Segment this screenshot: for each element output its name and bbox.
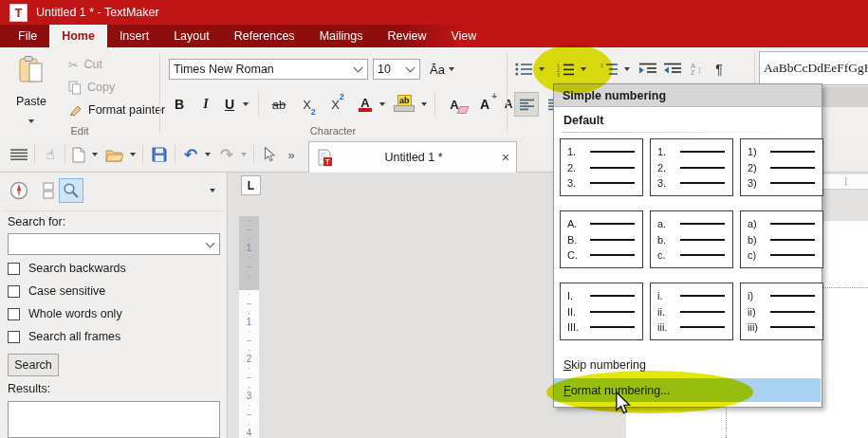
grow-font-button[interactable]: A+ <box>472 92 497 117</box>
vertical-ruler[interactable]: ·–·1·–·2·–·3·–·4 <box>239 290 259 438</box>
search-button[interactable]: Search <box>8 354 59 376</box>
styles-gallery-item-normal[interactable]: AaBbCcDdEeFfGgHhIiJ <box>759 51 868 85</box>
strikethrough-button[interactable]: ab <box>264 92 294 117</box>
checkbox-icon[interactable] <box>8 331 20 343</box>
results-list[interactable] <box>8 401 220 438</box>
change-case-button[interactable]: Āa <box>426 57 458 82</box>
sort-button[interactable]: AZ ↕ <box>685 57 708 82</box>
formatting-marks-button[interactable]: ¶ <box>710 57 729 82</box>
cut-button[interactable]: ✂ Cut <box>68 55 102 74</box>
numbering-preset-ABC[interactable]: A.B.C. <box>560 210 643 268</box>
bold-button[interactable]: B <box>167 92 192 117</box>
sidebar-outline-tab[interactable] <box>38 178 59 203</box>
highlight-button[interactable]: ab <box>391 92 417 117</box>
new-document-button[interactable] <box>69 144 88 165</box>
sort-updown-arrow: ↕ <box>697 64 703 75</box>
option-search-backwards[interactable]: Search backwards <box>8 261 126 276</box>
superscript-button[interactable]: X2 <box>324 92 351 117</box>
bold-label: B <box>175 97 184 112</box>
menu-tab-view[interactable]: View <box>438 25 489 47</box>
redo-button[interactable]: ↷ <box>216 144 237 165</box>
toolbar-more-button[interactable]: » <box>283 144 300 165</box>
option-case-sensitive[interactable]: Case sensitive <box>8 283 105 299</box>
bulleted-list-button[interactable] <box>512 57 535 82</box>
new-document-dropdown-arrow[interactable] <box>88 144 101 165</box>
search-input-combo[interactable] <box>8 233 220 255</box>
bulleted-list-icon <box>515 63 532 76</box>
decrease-indent-button[interactable] <box>660 57 685 82</box>
search-history-dropdown-arrow[interactable] <box>206 238 215 247</box>
checkbox-icon[interactable] <box>8 308 20 320</box>
highlight-circle-numbered-list <box>533 45 613 94</box>
numbering-preset-123[interactable]: 1.2.3. <box>650 138 733 196</box>
hand-tool-button[interactable]: ☝ <box>39 144 62 165</box>
preset-line <box>590 295 635 297</box>
menu-tab-references[interactable]: References <box>222 25 307 47</box>
menu-tab-mailings[interactable]: Mailings <box>307 25 376 47</box>
search-input[interactable] <box>11 235 205 254</box>
font-color-button[interactable]: A <box>353 92 378 117</box>
font-size-dropdown-arrow[interactable] <box>406 64 416 73</box>
menu-tab-home[interactable]: Home <box>49 25 107 47</box>
multilevel-list-dropdown-arrow[interactable] <box>620 57 633 82</box>
undo-dropdown-arrow[interactable] <box>201 144 213 165</box>
numbering-preset-abc[interactable]: a)b)c) <box>740 210 823 268</box>
menu-tab-review[interactable]: Review <box>375 25 438 47</box>
underline-button[interactable]: U <box>218 92 241 117</box>
numbering-preset-123[interactable]: 1.2.3. <box>560 138 643 196</box>
option-label: Search all frames <box>28 330 120 343</box>
paste-button[interactable]: Paste <box>8 53 55 125</box>
font-color-dropdown-arrow[interactable] <box>376 92 388 117</box>
numbering-preset-123[interactable]: 1)2)3) <box>740 138 823 196</box>
save-floppy-icon <box>152 147 167 162</box>
sidebar-options-dropdown[interactable] <box>203 178 222 203</box>
document-tab[interactable]: T Untitled 1 * × <box>308 141 517 173</box>
preset-line <box>770 167 815 169</box>
italic-button[interactable]: I <box>194 92 218 117</box>
checkbox-icon[interactable] <box>8 285 20 298</box>
open-document-dropdown-arrow[interactable] <box>126 144 139 165</box>
strikethrough-label: ab <box>272 98 286 112</box>
sidebar-search-tab[interactable] <box>59 178 83 203</box>
vertical-ruler-margin[interactable]: ·–·1·–· <box>239 216 259 290</box>
copy-button[interactable]: Copy <box>68 78 115 97</box>
menu-tab-layout[interactable]: Layout <box>161 25 222 47</box>
numbering-preset-IIIIII[interactable]: I.II.III. <box>560 283 643 340</box>
preset-number: 3. <box>657 177 680 189</box>
reset-formatting-button[interactable]: A <box>440 92 469 117</box>
numbering-preset-iiiiii[interactable]: i.ii.iii. <box>650 283 733 340</box>
subscript-button[interactable]: X2 <box>296 92 323 117</box>
increase-indent-button[interactable] <box>636 57 660 82</box>
preset-row: i. <box>657 289 725 302</box>
save-button[interactable] <box>148 144 171 165</box>
align-left-button[interactable] <box>514 92 539 117</box>
redo-dropdown-arrow[interactable] <box>237 144 249 165</box>
undo-button[interactable]: ↶ <box>180 144 201 165</box>
highlight-dropdown-arrow[interactable] <box>417 92 430 117</box>
preset-number: 1) <box>748 146 770 157</box>
tab-stop-selector-button[interactable]: L <box>241 175 261 195</box>
format-painter-button[interactable]: Format painter <box>68 100 165 119</box>
option-search-all-frames[interactable]: Search all frames <box>8 329 120 344</box>
separator <box>434 92 435 117</box>
sidebar-navigator-tab[interactable] <box>8 178 30 203</box>
menu-tab-insert[interactable]: Insert <box>107 25 161 47</box>
preset-row: iii) <box>748 320 815 334</box>
option-label: Case sensitive <box>28 284 105 298</box>
menu-tab-file[interactable]: File <box>6 25 49 47</box>
object-mode-button[interactable] <box>258 144 281 165</box>
textmaker-window: T Untitled 1 * - TextMaker FileHomeInser… <box>0 0 868 438</box>
numbering-preset-iiiiii[interactable]: i)ii)iii) <box>740 283 823 340</box>
underline-dropdown-arrow[interactable] <box>239 92 252 117</box>
select-arrow-icon <box>264 147 276 162</box>
ribbon-layout-button[interactable] <box>8 144 30 165</box>
font-name-combo[interactable]: Times New Roman <box>169 59 368 80</box>
document-tab-close-icon[interactable]: × <box>495 150 516 165</box>
paste-dropdown-arrow[interactable] <box>28 119 34 123</box>
numbering-preset-abc[interactable]: a.b.c. <box>650 210 733 268</box>
option-whole-words-only[interactable]: Whole words only <box>8 306 122 321</box>
open-document-button[interactable] <box>102 144 125 165</box>
checkbox-icon[interactable] <box>8 263 20 275</box>
font-name-dropdown-arrow[interactable] <box>354 64 363 73</box>
font-size-combo[interactable]: 10 <box>373 59 420 80</box>
